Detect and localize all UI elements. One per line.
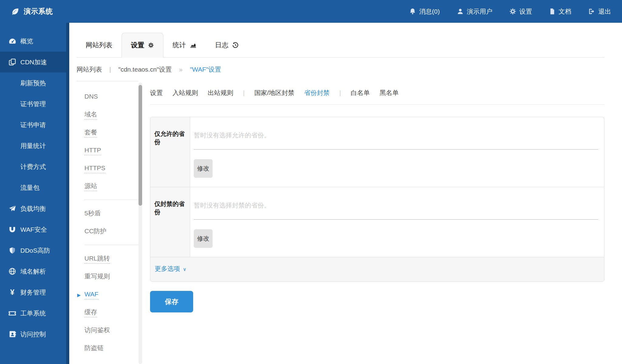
sidebar-item-overview[interactable]: 概览 [0, 31, 69, 52]
tab-site-list[interactable]: 网站列表 [77, 33, 121, 57]
subnav-item-cc-protect[interactable]: CC防护 [84, 227, 138, 235]
waf-tab-inbound-rules[interactable]: 入站规则 [173, 89, 198, 97]
province-block-panel: 仅允许的省份 暂时没有选择允许的省份。 修改 仅封禁的省份 暂时没有选择封禁的省… [150, 117, 604, 282]
blocked-provinces-row: 仅封禁的省份 暂时没有选择封禁的省份。 修改 [150, 187, 604, 257]
site-tabs: 网站列表 设置 统计 日志 [77, 23, 604, 58]
sidebar-item-finance[interactable]: ¥ 财务管理 [0, 282, 69, 303]
document-icon [549, 8, 555, 15]
waf-tab-province-block[interactable]: 省份封禁 [304, 89, 330, 97]
main-area: 网站列表 设置 统计 日志 网站列表 [69, 23, 622, 364]
copy-icon [8, 58, 16, 66]
breadcrumb-site-list[interactable]: 网站列表 [77, 65, 102, 74]
waf-tab-outbound-rules[interactable]: 出站规则 [208, 89, 233, 97]
waf-tab-whitelist[interactable]: 白名单 [351, 89, 370, 97]
shield-icon [8, 247, 16, 254]
subnav-item-origin[interactable]: 源站 [84, 182, 138, 190]
messages-menu-item[interactable]: 消息(0) [409, 7, 440, 16]
tab-logs[interactable]: 日志 [206, 33, 248, 57]
id-card-icon [8, 330, 16, 338]
sidebar-item-load-balance[interactable]: 负载均衡 [0, 198, 69, 219]
sidebar-item-traffic-pack[interactable]: 流量包 [0, 177, 69, 198]
modify-blocked-button[interactable]: 修改 [194, 229, 213, 248]
logout-menu-item[interactable]: 退出 [588, 7, 611, 16]
brand-title: 演示系统 [24, 7, 53, 16]
subnav-item-hotlink-protect[interactable]: 防盗链 [84, 344, 138, 352]
waf-tab-country-block[interactable]: 国家/地区封禁 [254, 89, 294, 97]
gauge-icon [8, 37, 16, 45]
breadcrumb: 网站列表 | "cdn.teaos.cn"设置 » "WAF"设置 [77, 58, 604, 81]
waf-tab-blacklist[interactable]: 黑名单 [380, 89, 399, 97]
subnav-divider [84, 245, 138, 245]
modify-allowed-button[interactable]: 修改 [194, 159, 213, 178]
subnav-divider [84, 200, 138, 200]
leaf-icon [11, 7, 19, 16]
subnav-item-5s-shield[interactable]: 5秒盾 [84, 209, 138, 217]
tab-settings[interactable]: 设置 [121, 33, 163, 58]
bell-icon [409, 8, 416, 15]
waf-tab-separator: | [243, 89, 244, 96]
subnav-item-dns[interactable]: DNS [84, 92, 138, 100]
sidebar-item-access-control[interactable]: 访问控制 [0, 324, 69, 345]
subnav-scrollbar[interactable] [138, 83, 142, 364]
tab-statistics[interactable]: 统计 [163, 33, 206, 57]
subnav-item-access-auth[interactable]: 访问鉴权 [84, 326, 138, 334]
blocked-provinces-label: 仅封禁的省份 [150, 187, 190, 257]
subnav-item-plan[interactable]: 套餐 [84, 128, 138, 136]
subnav-item-waf[interactable]: ▶ WAF [84, 290, 138, 298]
scrollbar-thumb[interactable] [138, 85, 142, 206]
sidebar-item-dns-resolve[interactable]: 域名解析 [0, 261, 69, 282]
panel-footer: 更多选项 ∨ [150, 257, 604, 281]
waf-tab-separator: | [339, 89, 341, 96]
gear-icon [509, 8, 516, 15]
sidebar-item-cert-apply[interactable]: 证书申请 [0, 114, 69, 135]
subnav-item-rewrite-rules[interactable]: 重写规则 [84, 272, 138, 280]
magnet-icon [8, 226, 16, 233]
history-icon [232, 42, 239, 49]
breadcrumb-waf-settings[interactable]: "WAF"设置 [190, 65, 221, 74]
active-arrow-icon: ▶ [77, 291, 81, 299]
sidebar: 概览 CDN加速 刷新预热 证书管理 证书申请 用量统计 计费方式 流量包 负载… [0, 23, 69, 364]
breadcrumb-separator: » [179, 66, 183, 73]
chevron-down-icon: ∨ [183, 266, 186, 272]
brand: 演示系统 [11, 7, 53, 16]
save-button[interactable]: 保存 [150, 291, 193, 312]
sidebar-item-waf-security[interactable]: WAF安全 [0, 219, 69, 240]
topbar: 演示系统 消息(0) 演示用户 设置 文档 [0, 0, 622, 23]
user-icon [457, 8, 464, 15]
sidebar-item-cdn[interactable]: CDN加速 [0, 52, 69, 72]
topbar-menu: 消息(0) 演示用户 设置 文档 退出 [409, 7, 611, 16]
gear-icon [148, 42, 154, 48]
docs-menu-item[interactable]: 文档 [549, 7, 571, 16]
allowed-provinces-field[interactable]: 暂时没有选择允许的省份。 [194, 127, 598, 150]
waf-tabs: 设置 入站规则 出站规则 | 国家/地区封禁 省份封禁 | 白名单 黑名单 [150, 81, 604, 105]
yen-icon: ¥ [8, 288, 16, 297]
waf-tab-settings[interactable]: 设置 [150, 89, 163, 97]
subnav-item-url-redirect[interactable]: URL跳转 [84, 254, 138, 262]
subnav-item-https[interactable]: HTTPS [84, 164, 138, 172]
ticket-icon [8, 309, 16, 317]
allowed-provinces-row: 仅允许的省份 暂时没有选择允许的省份。 修改 [150, 117, 604, 187]
blocked-provinces-field[interactable]: 暂时没有选择封禁的省份。 [194, 197, 598, 220]
waf-content: 设置 入站规则 出站规则 | 国家/地区封禁 省份封禁 | 白名单 黑名单 仅允… [150, 81, 604, 364]
sidebar-item-tickets[interactable]: 工单系统 [0, 303, 69, 324]
allowed-provinces-label: 仅允许的省份 [150, 117, 190, 187]
subnav-item-cache[interactable]: 缓存 [84, 308, 138, 316]
sidebar-item-refresh-prewarm[interactable]: 刷新预热 [0, 72, 69, 93]
globe-icon [8, 268, 16, 275]
area-chart-icon [190, 42, 197, 49]
sign-out-icon [588, 8, 595, 15]
sidebar-item-billing-mode[interactable]: 计费方式 [0, 156, 69, 177]
breadcrumb-separator: | [109, 66, 111, 73]
paper-plane-icon [8, 205, 16, 213]
more-options-link[interactable]: 更多选项 ∨ [155, 265, 186, 273]
sidebar-item-usage-stats[interactable]: 用量统计 [0, 135, 69, 156]
settings-menu-item[interactable]: 设置 [509, 7, 532, 16]
subnav-item-http[interactable]: HTTP [84, 146, 138, 154]
breadcrumb-domain-settings[interactable]: "cdn.teaos.cn"设置 [118, 65, 172, 74]
sidebar-item-cert-manage[interactable]: 证书管理 [0, 93, 69, 114]
sidebar-item-ddos[interactable]: DDoS高防 [0, 240, 69, 261]
settings-subnav: DNS 域名 套餐 HTTP HTTPS 源站 5秒盾 CC防护 URL跳转 重… [77, 81, 138, 364]
user-menu-item[interactable]: 演示用户 [457, 7, 492, 16]
subnav-item-domain[interactable]: 域名 [84, 110, 138, 118]
